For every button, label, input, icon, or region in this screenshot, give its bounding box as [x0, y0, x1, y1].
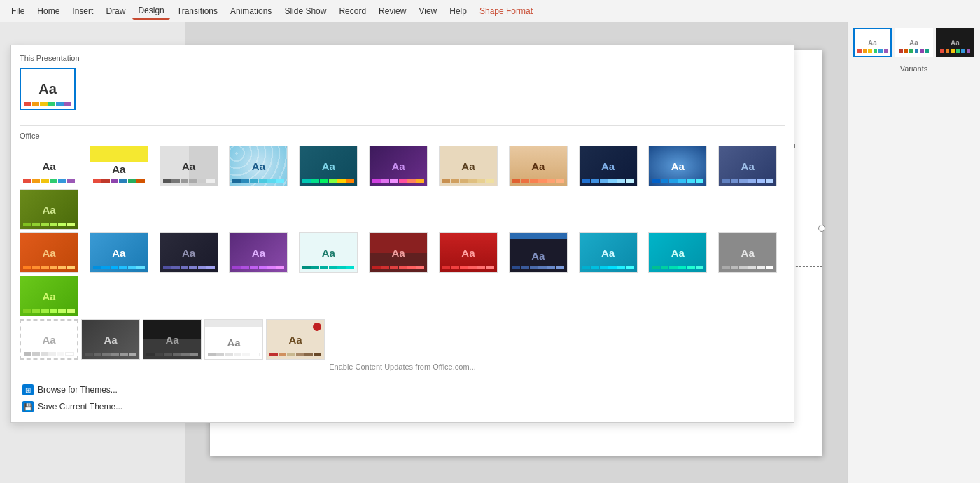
theme-item-15[interactable]: Aa: [160, 232, 218, 273]
theme-item-21[interactable]: Aa: [579, 232, 638, 273]
menu-draw[interactable]: Draw: [100, 4, 131, 19]
main-area: e to a n? Click to add subtitle Aa: [0, 22, 980, 483]
theme-item-16[interactable]: Aa: [229, 232, 288, 273]
browse-themes-icon: ⊞: [22, 384, 34, 396]
save-theme-link[interactable]: 💾 Save Current Theme...: [20, 400, 785, 414]
menu-insert[interactable]: Insert: [66, 4, 99, 19]
theme-item-22[interactable]: Aa: [648, 232, 707, 273]
theme-item-20[interactable]: Aa: [509, 232, 568, 273]
variants-label: Variants: [853, 64, 974, 73]
current-theme-aa: Aa: [38, 81, 57, 97]
theme-item-4[interactable]: Aa: [229, 146, 288, 186]
this-presentation-label: This Presentation: [20, 54, 785, 62]
menu-transitions[interactable]: Transitions: [172, 4, 223, 19]
theme-item-29[interactable]: Aa: [266, 319, 325, 360]
theme-item-2[interactable]: Aa: [90, 146, 148, 186]
theme-item-28[interactable]: Aa: [204, 319, 263, 360]
office-label: Office: [20, 132, 785, 140]
theme-item-26[interactable]: Aa: [81, 319, 140, 360]
theme-item-6[interactable]: Aa: [369, 146, 428, 186]
menu-view[interactable]: View: [413, 4, 442, 19]
theme-item-7[interactable]: Aa: [439, 146, 498, 186]
menu-review[interactable]: Review: [373, 4, 412, 19]
enable-updates-text: Enable Content Updates from Office.com..…: [20, 363, 785, 371]
menu-record[interactable]: Record: [333, 4, 372, 19]
current-theme-thumbnail[interactable]: Aa: [20, 68, 76, 110]
theme-item-1[interactable]: Aa: [20, 146, 78, 186]
theme-item-3[interactable]: Aa: [160, 146, 218, 186]
save-theme-icon: 💾: [22, 401, 34, 412]
menu-animations[interactable]: Animations: [225, 4, 277, 19]
theme-item-27[interactable]: Aa: [143, 319, 202, 360]
theme-item-19[interactable]: Aa: [439, 232, 498, 273]
theme-item-11[interactable]: Aa: [718, 146, 777, 186]
menu-design[interactable]: Design: [132, 3, 169, 20]
theme-item-8[interactable]: Aa: [509, 146, 568, 186]
section-divider: [20, 125, 785, 126]
theme-item-13[interactable]: Aa: [20, 232, 78, 273]
variant-1[interactable]: Aa: [853, 28, 892, 57]
variant-2[interactable]: Aa: [895, 28, 933, 57]
menu-shape-format[interactable]: Shape Format: [474, 4, 538, 19]
themes-grid-row3: Aa Aa Aa: [20, 319, 785, 360]
theme-item-9[interactable]: Aa: [579, 146, 638, 186]
menu-help[interactable]: Help: [444, 4, 472, 19]
theme-item-12[interactable]: Aa: [20, 189, 78, 230]
themes-grid-row1: Aa Aa Aa: [20, 146, 785, 230]
theme-item-25[interactable]: Aa: [20, 319, 78, 360]
theme-item-24[interactable]: Aa: [20, 276, 78, 316]
menubar: File Home Insert Draw Design Transitions…: [0, 0, 980, 22]
menu-home[interactable]: Home: [31, 4, 65, 19]
themes-grid-row2: Aa Aa Aa: [20, 232, 785, 316]
theme-item-14[interactable]: Aa: [90, 232, 148, 273]
theme-item-17[interactable]: Aa: [299, 232, 358, 273]
variant-thumbnails: Aa Aa: [853, 28, 974, 57]
variant-3[interactable]: Aa: [936, 28, 974, 57]
theme-item-23[interactable]: Aa: [718, 232, 777, 273]
themes-dropdown: This Presentation Aa Office: [10, 45, 794, 423]
theme-item-18[interactable]: Aa: [369, 232, 428, 273]
menu-file[interactable]: File: [6, 4, 30, 19]
variants-panel: Aa Aa: [847, 22, 980, 483]
dropdown-footer: ⊞ Browse for Themes... 💾 Save Current Th…: [20, 377, 785, 414]
menu-slideshow[interactable]: Slide Show: [279, 4, 332, 19]
browse-themes-link[interactable]: ⊞ Browse for Themes...: [20, 383, 785, 397]
theme-item-5[interactable]: Aa: [299, 146, 358, 186]
theme-item-10[interactable]: Aa: [648, 146, 707, 186]
